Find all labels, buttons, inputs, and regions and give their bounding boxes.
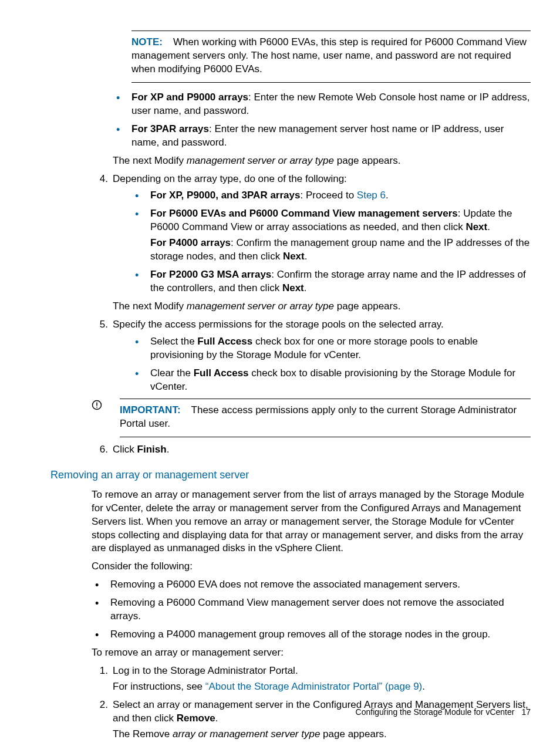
footer-text: Configuring the Storage Module for vCent…	[356, 707, 515, 717]
body-paragraph: The Remove array or management server ty…	[113, 728, 531, 741]
body-paragraph: The next Modify management server or arr…	[113, 300, 531, 313]
list-item: Removing a P4000 management group remove…	[92, 628, 531, 642]
bold-text: For P6000 EVAs and P6000 Command View ma…	[150, 208, 458, 219]
list-item: For XP and P9000 arrays: Enter the new R…	[113, 91, 531, 118]
bold-text: Next	[465, 221, 487, 232]
list-item: For 3PAR arrays: Enter the new managemen…	[113, 123, 531, 150]
bullet-list-consider: Removing a P6000 EVA does not remove the…	[92, 578, 531, 642]
body-text: The next Modify	[113, 301, 187, 312]
list-item: Removing a P6000 EVA does not remove the…	[92, 578, 531, 592]
body-text: : Proceed to	[300, 190, 356, 201]
list-item: For P6000 EVAs and P6000 Command View ma…	[131, 207, 531, 264]
body-text: .	[215, 713, 218, 724]
step-item: 5. Specify the access permissions for th…	[92, 318, 531, 332]
step-text: Depending on the array type, do one of t…	[113, 173, 347, 184]
bold-text: For P2000 G3 MSA arrays	[150, 269, 271, 280]
bullet-list-step5: Select the Full Access check box for one…	[131, 335, 531, 394]
body-text: .	[422, 681, 425, 692]
note-box: NOTE:When working with P6000 EVAs, this …	[131, 31, 531, 83]
body-text: The next Modify	[113, 155, 187, 166]
step-list: 5. Specify the access permissions for th…	[92, 318, 531, 332]
bold-text: For XP and P9000 arrays	[131, 92, 248, 103]
body-text: The Remove	[113, 728, 173, 740]
svg-rect-2	[96, 407, 97, 408]
step-number: 1.	[92, 664, 108, 678]
step-text: Log in to the Storage Administrator Port…	[113, 665, 298, 676]
link-admin-portal[interactable]: “About the Storage Administrator Portal”…	[205, 681, 422, 692]
important-row: IMPORTANT:These access permissions apply…	[92, 399, 531, 437]
step-number: 4.	[92, 173, 108, 186]
body-text: For instructions, see	[113, 681, 205, 692]
italic-text: array or management server type	[173, 728, 320, 740]
note-label: NOTE:	[131, 36, 173, 48]
body-paragraph: For instructions, see “About the Storage…	[113, 680, 531, 694]
important-box: IMPORTANT:These access permissions apply…	[120, 399, 531, 437]
link-step6[interactable]: Step 6	[357, 190, 386, 201]
step-list: 4. Depending on the array type, do one o…	[92, 173, 531, 186]
body-text: Clear the	[150, 367, 194, 379]
list-item: For P2000 G3 MSA arrays: Confirm the sto…	[131, 268, 531, 295]
bold-text: Next	[282, 282, 304, 293]
body-text: Removing a P6000 EVA does not remove the…	[110, 579, 460, 590]
body-text: .	[167, 444, 170, 455]
step-item: 2. Select an array or management server …	[92, 698, 531, 741]
italic-text: management server or array type	[187, 155, 334, 166]
body-text: Removing a P4000 management group remove…	[110, 629, 490, 640]
italic-text: management server or array type	[187, 301, 334, 312]
body-text: Removing a P6000 Command View management…	[110, 597, 504, 622]
body-text: page appears.	[334, 155, 400, 166]
step-number: 6.	[92, 443, 108, 457]
bullet-list-step4: For XP, P9000, and 3PAR arrays: Proceed …	[131, 189, 531, 295]
body-text: page appears.	[320, 728, 386, 740]
step-list-remove: 1. Log in to the Storage Administrator P…	[92, 664, 531, 746]
body-text: .	[304, 282, 307, 293]
body-text: Click	[113, 444, 137, 455]
bold-text: Next	[283, 251, 305, 262]
body-paragraph: The next Modify management server or arr…	[113, 154, 531, 168]
bold-text: For 3PAR arrays	[131, 123, 209, 134]
body-text: .	[386, 190, 389, 201]
bold-text: Full Access	[197, 336, 252, 347]
body-paragraph: To remove an array or management server …	[92, 488, 531, 556]
step-text: Specify the access permissions for the s…	[113, 319, 444, 330]
step-item: 1. Log in to the Storage Administrator P…	[92, 664, 531, 694]
body-text: .	[487, 221, 490, 232]
step-number: 2.	[92, 698, 108, 712]
body-paragraph: Consider the following:	[92, 560, 531, 573]
step-item: 6. Click Finish.	[92, 443, 531, 457]
bold-text: Finish	[137, 444, 167, 455]
note-text: When working with P6000 EVAs, this step …	[131, 36, 527, 75]
body-text: .	[305, 251, 308, 262]
body-text: Select the	[150, 336, 197, 347]
list-item: Select the Full Access check box for one…	[131, 335, 531, 362]
bold-text: Remove	[177, 713, 215, 724]
important-icon	[92, 399, 102, 414]
step-item: 4. Depending on the array type, do one o…	[92, 173, 531, 186]
page-content: { "note": { "label": "NOTE:", "text": "W…	[92, 31, 531, 746]
bold-text: For XP, P9000, and 3PAR arrays	[150, 190, 300, 201]
footer-page-number: 17	[514, 707, 531, 717]
step-number: 5.	[92, 318, 108, 332]
body-paragraph: To remove an array or management server:	[92, 646, 531, 660]
bold-text: For P4000 arrays	[150, 237, 231, 248]
svg-rect-1	[96, 402, 97, 406]
list-item: Clear the Full Access check box to disab…	[131, 367, 531, 394]
page-footer: Configuring the Storage Module for vCent…	[356, 707, 531, 718]
bullet-list-arrays: For XP and P9000 arrays: Enter the new R…	[113, 91, 531, 150]
body-text: page appears.	[334, 301, 400, 312]
step-list: 6. Click Finish.	[92, 443, 531, 457]
bold-text: Full Access	[194, 367, 249, 379]
section-heading: Removing an array or management server	[50, 468, 531, 482]
list-item: Removing a P6000 Command View management…	[92, 596, 531, 623]
list-item: For XP, P9000, and 3PAR arrays: Proceed …	[131, 189, 531, 202]
body-paragraph: For P4000 arrays: Confirm the management…	[150, 237, 531, 264]
important-label: IMPORTANT:	[120, 404, 191, 416]
